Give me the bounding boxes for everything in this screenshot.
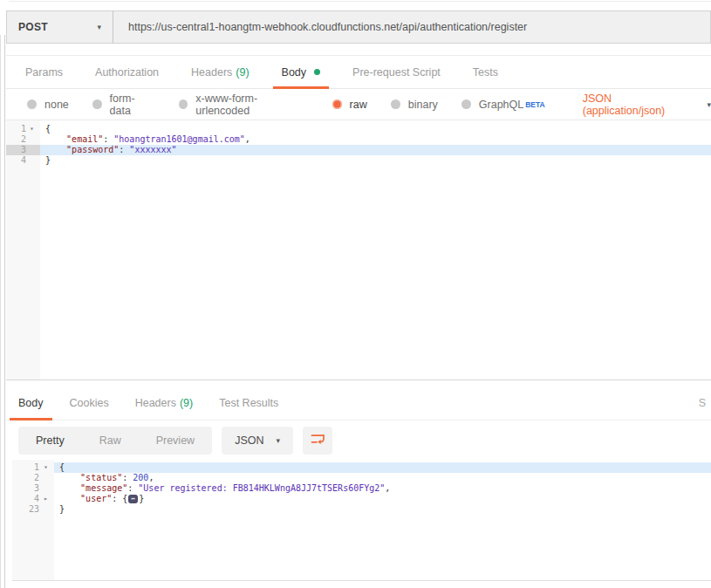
radio-x-www-form-urlencoded[interactable]: x-www-form-urlencoded: [179, 92, 309, 117]
line-number: 4: [6, 155, 40, 166]
code-token: ,: [385, 483, 390, 493]
code-text: "email": "hoangtran1601@gmail.com",: [45, 134, 711, 145]
code-line[interactable]: 1▾{: [6, 124, 711, 134]
request-tabs: Params Authorization Headers (9) Body Pr…: [6, 55, 711, 89]
tab-label: Pre-request Script: [352, 66, 441, 79]
code-token: {: [122, 494, 127, 503]
response-tab-test-results[interactable]: Test Results: [219, 386, 278, 420]
radio-icon: [92, 99, 102, 109]
chevron-down-icon: ▾: [276, 436, 280, 445]
fold-open-icon[interactable]: ▾: [44, 462, 48, 473]
radio-binary[interactable]: binary: [391, 99, 438, 111]
body-type-row: none form-data x-www-form-urlencoded raw…: [6, 89, 711, 120]
code-line[interactable]: 1▾{: [12, 462, 711, 473]
radio-icon: [461, 99, 471, 109]
code-token: "status": [80, 473, 122, 482]
response-tab-headers[interactable]: Headers (9): [135, 386, 194, 420]
code-line[interactable]: 2 "status": 200,: [12, 473, 711, 483]
code-line[interactable]: 4▸ "user": {↔}: [12, 494, 711, 504]
view-mode-group: Pretty Raw Preview: [18, 427, 212, 455]
url-input[interactable]: https://us-central1-hoangtm-webhook.clou…: [113, 10, 711, 44]
tab-label: Headers: [191, 66, 232, 79]
content-type-dropdown[interactable]: JSON (application/json) ▾: [583, 92, 711, 117]
headers-count-badge: (9): [180, 397, 193, 409]
radio-icon: [27, 99, 37, 109]
tab-pre-request-script[interactable]: Pre-request Script: [352, 56, 441, 88]
code-text: "message": "User registered: FB814HKLWng…: [59, 483, 711, 494]
code-token: "message": [80, 483, 127, 493]
code-token: [59, 483, 80, 493]
tab-tests[interactable]: Tests: [473, 56, 498, 88]
method-dropdown[interactable]: POST ▾: [6, 10, 113, 44]
radio-label: GraphQL: [479, 99, 523, 111]
tab-body[interactable]: Body: [282, 56, 321, 88]
line-number: 3: [6, 145, 40, 155]
code-text: }: [45, 155, 711, 166]
response-body-editor[interactable]: 1▾{2 "status": 200,3 "message": "User re…: [12, 460, 711, 581]
request-builder: POST ▾ https://us-central1-hoangtm-webho…: [6, 10, 711, 581]
code-token: [45, 134, 66, 144]
radio-label: none: [44, 99, 69, 111]
code-token: :: [103, 134, 113, 144]
code-line[interactable]: 3 "password": "xxxxxxx": [6, 145, 711, 155]
code-text: {: [59, 462, 711, 473]
active-tab-underline: [273, 86, 330, 89]
code-token: }: [139, 494, 144, 503]
active-tab-underline: [10, 418, 52, 420]
radio-label: x-www-form-urlencoded: [195, 92, 308, 117]
line-number: 23: [12, 504, 54, 515]
code-token: {: [59, 462, 65, 472]
code-token: [59, 494, 80, 503]
radio-form-data[interactable]: form-data: [92, 92, 155, 117]
code-token: "user": [80, 494, 112, 503]
language-label: JSON: [235, 434, 263, 447]
code-token: [45, 145, 66, 154]
code-token: "email": [66, 134, 103, 144]
code-token: :: [119, 145, 129, 154]
tab-label: Headers: [135, 397, 176, 409]
code-line[interactable]: 2 "email": "hoangtran1601@gmail.com",: [6, 134, 711, 145]
response-tab-cookies[interactable]: Cookies: [70, 386, 109, 420]
url-text: https://us-central1-hoangtm-webhook.clou…: [128, 21, 527, 33]
view-mode-raw[interactable]: Raw: [82, 427, 139, 455]
code-line[interactable]: 3 "message": "User registered: FB814HKLW…: [12, 483, 711, 494]
radio-none[interactable]: none: [27, 99, 69, 111]
word-wrap-button[interactable]: [303, 427, 332, 455]
tab-label: Cookies: [70, 397, 109, 409]
code-token: "password": [66, 145, 119, 154]
code-token: :: [127, 483, 138, 493]
code-line[interactable]: 4}: [6, 155, 711, 166]
tab-headers[interactable]: Headers (9): [191, 56, 250, 88]
top-divider: [9, 1, 711, 2]
tab-label: Tests: [473, 66, 498, 79]
code-token: ,: [245, 134, 250, 144]
code-text: "user": {↔}: [59, 494, 711, 504]
view-mode-pretty[interactable]: Pretty: [18, 427, 82, 455]
tab-authorization[interactable]: Authorization: [95, 56, 159, 88]
body-modified-dot: [314, 69, 320, 75]
response-language-dropdown[interactable]: JSON ▾: [222, 427, 293, 455]
code-line[interactable]: 23}: [12, 504, 711, 515]
view-mode-preview[interactable]: Preview: [139, 427, 212, 455]
code-token: }: [59, 504, 65, 514]
method-label: POST: [18, 21, 48, 33]
collapsed-object-icon[interactable]: ↔: [128, 495, 138, 503]
fold-open-icon[interactable]: ▾: [30, 124, 34, 134]
request-body-editor[interactable]: 1▾{2 "email": "hoangtran1601@gmail.com",…: [6, 120, 711, 380]
tab-label: Params: [25, 66, 63, 79]
code-token: 200: [133, 473, 148, 482]
tab-params[interactable]: Params: [25, 56, 63, 88]
word-wrap-icon: [311, 433, 325, 448]
response-tab-body[interactable]: Body: [18, 386, 44, 420]
url-row: POST ▾ https://us-central1-hoangtm-webho…: [6, 10, 711, 44]
code-token: "xxxxxxx": [129, 145, 176, 154]
radio-icon: [391, 99, 400, 109]
radio-graphql[interactable]: GraphQL BETA: [461, 99, 545, 111]
status-label-clipped: S: [699, 397, 706, 409]
sidebar-edge-sliver: [0, 35, 5, 588]
headers-count-badge: (9): [236, 66, 249, 79]
radio-raw[interactable]: raw: [332, 99, 367, 111]
response-toolbar: Pretty Raw Preview JSON ▾: [6, 420, 711, 460]
line-number: 2: [12, 473, 54, 483]
fold-closed-icon[interactable]: ▸: [44, 494, 48, 504]
